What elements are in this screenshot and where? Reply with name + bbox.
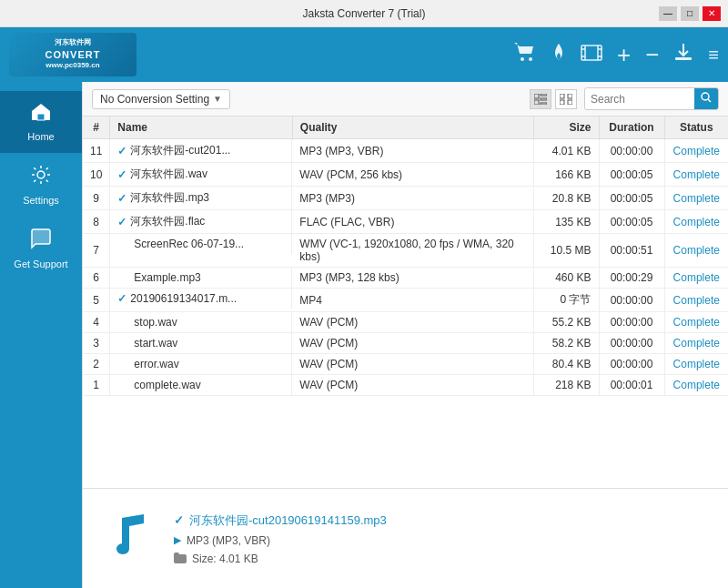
menu-icon[interactable]: ≡ (708, 45, 719, 66)
svg-rect-19 (568, 94, 572, 98)
play-icon: ▶ (174, 534, 181, 546)
cell-duration: 00:00:51 (599, 234, 664, 268)
add-icon[interactable]: + (617, 43, 631, 66)
logo-text: 河东软件网 CONVERT www.pc0359.cn (46, 38, 101, 70)
cell-name: ✓河东软件园.flac (110, 210, 292, 233)
cell-quality: WAV (PCM) (292, 375, 533, 396)
cart-icon[interactable] (513, 42, 537, 67)
table-header-row: # Name Quality Size Duration Status (83, 117, 728, 139)
header: 河东软件网 CONVERT www.pc0359.cn + − ≡ (0, 27, 728, 82)
view-grid-button[interactable] (555, 89, 577, 109)
table-row[interactable]: 8✓河东软件园.flacFLAC (FLAC, VBR)135 KB00:00:… (83, 210, 728, 234)
selected-file-name: 河东软件园-cut20190619141159.mp3 (189, 512, 387, 529)
maximize-button[interactable]: □ (681, 6, 699, 21)
cell-size: 55.2 KB (533, 312, 599, 333)
sidebar-item-settings[interactable]: Settings (0, 153, 82, 217)
table-row[interactable]: 1complete.wavWAV (PCM)218 KB00:00:01Comp… (83, 375, 728, 396)
cell-size: 166 KB (533, 163, 599, 187)
table-row[interactable]: 11✓河东软件园-cut201...MP3 (MP3, VBR)4.01 KB0… (83, 139, 728, 163)
svg-rect-16 (534, 100, 539, 105)
cell-size: 460 KB (533, 268, 599, 289)
cell-status: Complete (664, 333, 728, 354)
svg-line-23 (708, 99, 711, 102)
check-icon: ✓ (117, 216, 126, 228)
table-row[interactable]: 3start.wavWAV (PCM)58.2 KB00:00:00Comple… (83, 333, 728, 354)
col-header-quality: Quality (292, 117, 533, 139)
cell-size: 218 KB (533, 375, 599, 396)
cell-num: 11 (83, 139, 110, 163)
sidebar-item-home[interactable]: Home (0, 91, 82, 153)
window-title: Jaksta Converter 7 (Trial) (303, 7, 426, 20)
cell-name: complete.wav (110, 375, 292, 395)
cell-num: 6 (83, 268, 110, 289)
table-row[interactable]: 9✓河东软件园.mp3MP3 (MP3)20.8 KB00:00:05Compl… (83, 187, 728, 210)
table-row[interactable]: 10✓河东软件园.wavWAV (PCM, 256 kbs)166 KB00:0… (83, 163, 728, 187)
cell-size: 58.2 KB (533, 333, 599, 354)
cell-num: 10 (83, 163, 110, 187)
cell-name: error.wav (110, 354, 292, 374)
search-input[interactable] (585, 90, 694, 108)
svg-rect-18 (560, 94, 564, 98)
file-size: Size: 4.01 KB (192, 553, 258, 565)
dropdown-icon: ▼ (213, 94, 222, 104)
file-info: ✓ 河东软件园-cut20190619141159.mp3 ▶ MP3 (MP3… (174, 512, 387, 565)
svg-rect-13 (534, 94, 539, 98)
svg-rect-10 (37, 114, 45, 120)
cell-duration: 00:00:00 (599, 139, 664, 163)
settings-icon (30, 164, 52, 191)
cell-status: Complete (664, 375, 728, 396)
sidebar-item-support[interactable]: Get Support (0, 217, 82, 280)
content-area: Home Settings Get Support No Conversion … (0, 82, 728, 588)
cell-name: ✓河东软件园-cut201... (110, 139, 292, 162)
view-list-button[interactable] (530, 89, 551, 109)
file-name-text: complete.wav (134, 379, 200, 391)
selected-file-name-row: ✓ 河东软件园-cut20190619141159.mp3 (174, 512, 387, 529)
cell-size: 80.4 KB (533, 354, 599, 375)
film-icon[interactable] (581, 43, 602, 66)
support-label: Get Support (14, 259, 67, 269)
table-row[interactable]: 7ScreenRec 06-07-19...WMV (VC-1, 1920x10… (83, 234, 728, 268)
music-icon-area (101, 512, 156, 566)
cell-duration: 00:00:01 (599, 375, 664, 396)
file-name-text: 河东软件园.flac (130, 214, 205, 229)
main-panel: No Conversion Setting ▼ (82, 82, 728, 588)
table-body: 11✓河东软件园-cut201...MP3 (MP3, VBR)4.01 KB0… (83, 139, 728, 396)
table-row[interactable]: 4stop.wavWAV (PCM)55.2 KB00:00:00Complet… (83, 312, 728, 333)
music-icon (106, 509, 151, 569)
close-button[interactable]: ✕ (703, 6, 721, 21)
search-button[interactable] (694, 88, 718, 109)
table-row[interactable]: 2error.wavWAV (PCM)80.4 KB00:00:00Comple… (83, 354, 728, 375)
cell-quality: WMV (VC-1, 1920x1080, 20 fps / WMA, 320 … (292, 234, 533, 268)
cell-name: stop.wav (110, 312, 292, 332)
minus-icon[interactable]: − (645, 43, 659, 66)
cell-quality: WAV (PCM) (292, 333, 533, 354)
home-icon (30, 102, 52, 127)
format-row: ▶ MP3 (MP3, VBR) (174, 534, 387, 547)
cell-num: 5 (83, 289, 110, 312)
download-icon[interactable] (673, 42, 693, 67)
home-label: Home (27, 131, 54, 142)
cell-size: 0 字节 (533, 289, 599, 312)
col-header-num: # (83, 117, 110, 139)
cell-num: 1 (83, 375, 110, 396)
minimize-button[interactable]: — (659, 6, 677, 21)
svg-point-12 (37, 171, 45, 178)
svg-rect-20 (560, 100, 564, 105)
file-name-text: error.wav (134, 358, 178, 370)
flame-icon[interactable] (551, 42, 566, 67)
view-icons (530, 89, 577, 109)
title-bar: Jaksta Converter 7 (Trial) — □ ✕ (0, 0, 728, 27)
conversion-setting-button[interactable]: No Conversion Setting ▼ (92, 89, 230, 109)
cell-num: 9 (83, 187, 110, 210)
svg-rect-15 (541, 98, 547, 100)
file-format: MP3 (MP3, VBR) (187, 534, 270, 547)
cell-duration: 00:00:00 (599, 312, 664, 333)
cell-num: 3 (83, 333, 110, 354)
cell-duration: 00:00:05 (599, 163, 664, 187)
file-check-icon: ✓ (174, 513, 184, 527)
cell-status: Complete (664, 187, 728, 210)
table-row[interactable]: 6Example.mp3MP3 (MP3, 128 kbs)460 KB00:0… (83, 268, 728, 289)
table-row[interactable]: 5✓20190619134017.m...MP40 字节00:00:00Comp… (83, 289, 728, 312)
cell-name: Example.mp3 (110, 268, 292, 288)
svg-rect-21 (568, 100, 572, 105)
